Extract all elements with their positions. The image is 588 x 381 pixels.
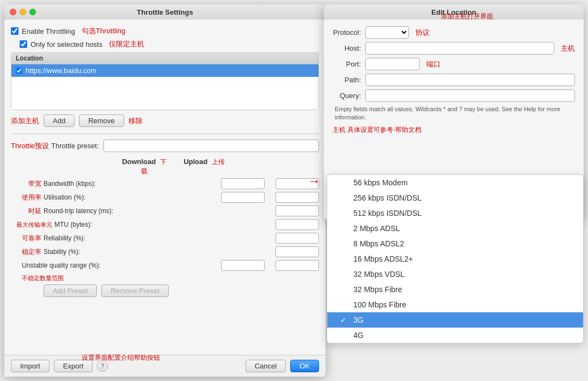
item-label-8: 100 Mbps Fibre (353, 300, 406, 309)
utilisation-red: 使用率 (11, 193, 44, 202)
enable-throttling-checkbox[interactable] (11, 27, 19, 35)
preset-dropdown[interactable]: 56 kbps Modem 256 kbps ISDN/DSL 512 kbps… (327, 174, 584, 343)
host-input[interactable] (365, 42, 554, 55)
stability-download[interactable]: 100 (275, 246, 319, 257)
separator (11, 134, 319, 134)
throttle-preset-input[interactable]: 3G (103, 140, 319, 152)
maximize-button[interactable] (29, 9, 36, 15)
only-hosts-checkbox[interactable] (20, 40, 27, 48)
query-label: Query: (333, 92, 365, 100)
enable-throttling-row: Enable Throttling 勾选Throttling (11, 26, 319, 36)
minimize-button[interactable] (20, 9, 26, 15)
close-button[interactable] (10, 9, 16, 15)
cancel-button[interactable]: Cancel (246, 360, 286, 372)
dropdown-item-8[interactable]: 100 Mbps Fibre (327, 297, 583, 312)
item-label-9: 3G (353, 316, 364, 324)
host-label: Host: (333, 44, 365, 52)
protocol-select[interactable]: http https (365, 26, 409, 39)
stability-red: 稳定率 (11, 247, 44, 257)
bandwidth-red: 带宽 (11, 179, 44, 189)
latency-download[interactable]: 120 (275, 205, 319, 216)
stability-label: Stability (%): (44, 248, 275, 256)
item-label-0: 56 kbps Modem (353, 178, 408, 187)
unstable-annotation: 不稳定数量范围 (22, 275, 64, 281)
dropdown-item-1[interactable]: 256 kbps ISDN/DSL (327, 190, 583, 205)
dropdown-item-0[interactable]: 56 kbps Modem (327, 175, 583, 190)
only-hosts-row: Only for selected hosts 仅限定主机 (11, 39, 319, 49)
location-section: Location https://www.baidu.com (11, 52, 319, 110)
host-detail-annotation: 主机 具体设置可参考-帮助文档 (333, 125, 421, 135)
remove-button[interactable]: Remove (79, 114, 124, 127)
settings-header: Download 下载 Upload 上传 (11, 158, 319, 176)
location-row[interactable]: https://www.baidu.com (11, 64, 318, 77)
unstable-label: Unstable quality range (%): (22, 262, 221, 269)
label-spacer (44, 158, 120, 176)
throttle-settings-window: Throttle Settings Enable Throttling 勾选Th… (4, 4, 326, 377)
throttle-preset-label: Throttle preset: (51, 142, 99, 150)
query-input[interactable] (365, 89, 575, 102)
port-input[interactable] (365, 58, 420, 70)
utilisation-upload[interactable]: 100 (275, 192, 319, 203)
protocol-label: Protocol: (333, 28, 365, 37)
reliability-red: 可靠率 (11, 234, 44, 243)
path-label: Path: (333, 76, 365, 84)
unstable-row: Unstable quality range (%): 100 100 (11, 260, 319, 271)
protocol-annotation: 协议 (415, 28, 430, 38)
bandwidth-upload[interactable]: 1024 (275, 178, 319, 189)
location-header: Location (11, 53, 318, 64)
item-label-3: 2 Mbps ADSL (353, 224, 400, 233)
import-button[interactable]: Import (11, 360, 50, 372)
dropdown-item-3[interactable]: 2 Mbps ADSL (327, 221, 583, 236)
mtu-row: 最大传输单元 MTU (bytes): 576 (11, 219, 319, 230)
dropdown-item-7[interactable]: 32 Mbps Fibre (327, 282, 583, 297)
latency-row: 时延 Round-trip latency (ms): 120 (11, 205, 319, 216)
utilisation-download[interactable]: 100 (221, 192, 265, 203)
reliability-row: 可靠率 Reliability (%): 100 (11, 233, 319, 244)
unstable-download[interactable]: 100 (221, 260, 265, 271)
edit-location-title: Edit Location (431, 8, 476, 16)
dropdown-item-10[interactable]: 4G (327, 328, 583, 343)
edit-location-title-bar: Edit Location (324, 4, 584, 20)
dropdown-item-9[interactable]: ✓ 3G (327, 312, 583, 328)
path-row: Path: (333, 74, 575, 86)
only-hosts-label: Only for selected hosts (30, 40, 102, 49)
bandwidth-label: Bandwidth (kbps): (44, 180, 221, 188)
item-label-5: 16 Mbps ADSL2+ (353, 255, 413, 263)
add-host-annotation: 添加主机 (11, 116, 39, 126)
add-preset-button[interactable]: Add Preset (44, 285, 97, 297)
add-button[interactable]: Add (44, 114, 75, 127)
unstable-upload[interactable]: 100 (275, 260, 319, 271)
dropdown-item-5[interactable]: 16 Mbps ADSL2+ (327, 251, 583, 267)
reliability-label: Reliability (%): (44, 234, 275, 242)
port-label: Port: (333, 60, 365, 68)
preset-buttons-row: Add Preset Remove Preset (11, 285, 319, 297)
dropdown-item-4[interactable]: 8 Mbps ADSL2 (327, 236, 583, 251)
export-button[interactable]: Export (54, 360, 93, 372)
throttle-title-bar: Throttle Settings (4, 4, 326, 20)
item-label-4: 8 Mbps ADSL2 (353, 239, 404, 248)
location-row-checkbox[interactable] (16, 68, 22, 74)
help-button[interactable]: ? (97, 361, 108, 372)
path-input[interactable] (365, 74, 575, 86)
mtu-download[interactable]: 576 (275, 219, 319, 230)
throttle-preset-annotation: Throttle预设 (11, 141, 49, 151)
dropdown-item-2[interactable]: 512 kbps ISDN/DSL (327, 205, 583, 221)
upload-header: Upload 上传 (180, 158, 229, 176)
bandwidth-row: 带宽 Bandwidth (kbps): 4096 1024 (11, 178, 319, 189)
ok-button[interactable]: OK (290, 360, 319, 372)
mtu-red: 最大传输单元 (11, 221, 54, 229)
dropdown-item-6[interactable]: 32 Mbps VDSL (327, 267, 583, 282)
item-label-7: 32 Mbps Fibre (353, 285, 402, 294)
enable-throttling-annotation: 勾选Throttling (82, 26, 125, 36)
reliability-download[interactable]: 100 (275, 233, 319, 244)
help-text: Empty fields match all values. Wildcards… (333, 105, 575, 122)
mtu-label: MTU (bytes): (54, 221, 275, 228)
bandwidth-download[interactable]: 4096 (221, 178, 265, 189)
remove-preset-button[interactable]: Remove Preset (101, 285, 169, 297)
edit-location-content: Protocol: http https 协议 Host: 主机 Port: 端… (324, 20, 584, 199)
latency-label: Round-trip latency (ms): (44, 207, 275, 215)
stability-row: 稳定率 Stability (%): 100 (11, 246, 319, 257)
latency-red: 时延 (11, 207, 44, 216)
item-label-1: 256 kbps ISDN/DSL (353, 193, 421, 202)
only-hosts-annotation: 仅限定主机 (109, 39, 144, 49)
